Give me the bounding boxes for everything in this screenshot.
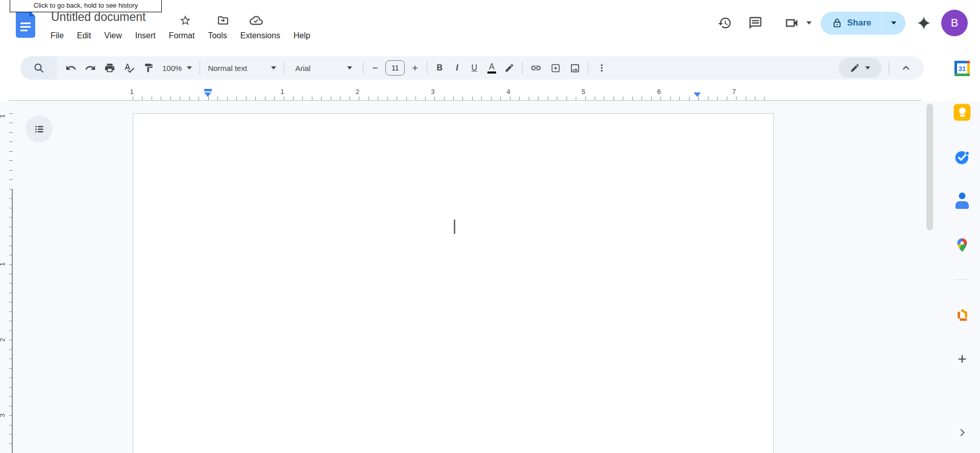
move-to-folder-icon[interactable] [216, 13, 230, 28]
horizontal-ruler: 1 1 2 3 4 5 6 7 [0, 87, 980, 101]
underline-glyph: U [472, 63, 478, 73]
toolbar-divider [363, 61, 363, 75]
left-indent-marker[interactable] [204, 89, 212, 97]
text-color-button[interactable]: A [483, 58, 500, 78]
ruler-label: 1 [130, 88, 133, 96]
menu-extensions[interactable]: Extensions [234, 30, 287, 42]
ruler-label: 5 [581, 88, 585, 96]
lock-icon [832, 18, 842, 28]
gemini-icon[interactable] [913, 10, 935, 36]
font-size-input[interactable]: 11 [385, 60, 405, 76]
google-contacts-icon[interactable] [954, 193, 970, 209]
right-indent-marker[interactable] [694, 92, 701, 97]
header-right-controls: Share B [712, 8, 968, 38]
toolbar-divider [427, 61, 427, 75]
zoom-select[interactable]: 100% [158, 64, 196, 73]
ruler-label: 1 [280, 88, 284, 96]
hide-side-panel-button[interactable] [957, 427, 968, 438]
search-icon [33, 62, 45, 74]
insert-link-button[interactable] [526, 58, 546, 78]
document-status-cloud-icon[interactable] [249, 13, 263, 28]
outline-list-icon [33, 123, 45, 135]
underline-button[interactable]: U [465, 58, 483, 78]
share-dropdown-caret-icon[interactable] [882, 12, 905, 35]
get-addons-button[interactable]: + [958, 351, 967, 367]
share-button-label: Share [847, 18, 871, 28]
first-line-indent-marker[interactable] [204, 89, 212, 91]
hide-menus-button[interactable] [896, 58, 916, 78]
more-options-button[interactable] [592, 58, 611, 78]
italic-glyph: I [456, 63, 458, 73]
meet-videocam-icon[interactable] [781, 10, 802, 36]
toolbar-divider [889, 61, 889, 75]
google-keep-icon[interactable] [954, 104, 971, 121]
print-button[interactable] [100, 58, 119, 78]
add-comment-button[interactable] [546, 58, 565, 78]
paragraph-style-value: Normal text [208, 64, 247, 73]
font-caret-icon [347, 66, 352, 69]
document-page[interactable] [133, 113, 774, 453]
paragraph-style-select[interactable]: Normal text [204, 64, 280, 73]
google-tasks-icon[interactable] [953, 149, 971, 166]
decrease-font-size-button[interactable] [367, 58, 383, 78]
text-color-swatch [487, 71, 496, 74]
account-avatar[interactable]: B [941, 10, 968, 36]
star-icon[interactable] [178, 13, 192, 28]
font-select[interactable]: Arial [288, 64, 359, 73]
toolbar-divider [200, 61, 200, 75]
toolbar-divider [588, 61, 589, 75]
vertical-ruler-label: 2 [0, 338, 6, 342]
menu-tools[interactable]: Tools [201, 30, 233, 42]
menu-view[interactable]: View [97, 30, 128, 42]
spelling-grammar-check-button[interactable] [119, 58, 139, 78]
vertical-ruler-content-line [12, 189, 13, 453]
undo-tooltip: Click to go back, hold to see history [10, 0, 162, 12]
plus-icon: + [958, 351, 967, 367]
bold-button[interactable]: B [431, 58, 448, 78]
menu-help[interactable]: Help [287, 30, 317, 42]
meet-dropdown-caret-icon[interactable] [802, 21, 816, 25]
menu-format[interactable]: Format [162, 30, 202, 42]
google-maps-icon[interactable] [954, 237, 970, 253]
side-panel: 31 [944, 49, 980, 453]
show-document-outline-button[interactable] [26, 115, 53, 142]
share-button[interactable]: Share [821, 12, 905, 35]
ruler-label: 7 [732, 88, 736, 96]
insert-image-button[interactable] [565, 58, 584, 78]
mode-caret-icon [865, 66, 870, 69]
google-docs-logo-icon[interactable] [16, 10, 35, 38]
ruler-baseline [9, 100, 921, 101]
undo-button[interactable] [61, 58, 81, 78]
vertical-ruler-label: 1 [0, 114, 6, 118]
bold-glyph: B [437, 63, 443, 73]
ruler-label: 3 [431, 88, 434, 96]
increase-font-size-button[interactable] [407, 58, 423, 78]
chevron-right-icon [957, 427, 968, 438]
search-menus-button[interactable] [20, 56, 57, 80]
google-calendar-icon[interactable]: 31 [954, 61, 970, 76]
italic-button[interactable]: I [448, 58, 465, 78]
paint-format-button[interactable] [139, 58, 158, 78]
ruler-ticks [133, 97, 774, 100]
ruler-label: 2 [355, 88, 359, 96]
comments-icon[interactable] [742, 10, 769, 36]
vertical-scrollbar-thumb[interactable] [926, 104, 933, 230]
menu-bar: File Edit View Insert Format Tools Exten… [44, 30, 317, 42]
highlight-color-button[interactable] [500, 58, 519, 78]
calendar-day-label: 31 [954, 63, 970, 74]
menu-insert[interactable]: Insert [129, 30, 162, 42]
document-title[interactable]: Untitled document [51, 10, 145, 24]
zoom-value: 100% [162, 64, 182, 73]
share-button-main[interactable]: Share [821, 12, 881, 35]
version-history-icon[interactable] [712, 10, 738, 36]
editing-mode-button[interactable] [839, 58, 881, 78]
vertical-ruler-label: 3 [0, 414, 6, 417]
menu-file[interactable]: File [44, 30, 70, 42]
menu-edit[interactable]: Edit [70, 30, 98, 42]
document-canvas: 1 1 2 3 [0, 101, 980, 453]
font-value: Arial [295, 64, 310, 73]
redo-button[interactable] [81, 58, 100, 78]
addon-icon[interactable] [955, 308, 969, 322]
toolbar-divider [284, 61, 284, 75]
ruler-label: 6 [657, 88, 660, 96]
